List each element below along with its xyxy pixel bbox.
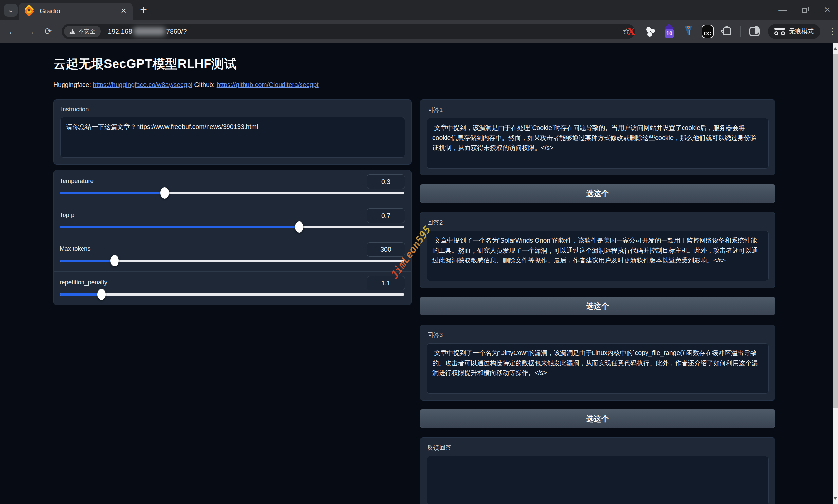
url-suffix: 7860/? — [166, 28, 187, 35]
toolbar-divider — [741, 25, 741, 37]
top-p-label: Top p — [59, 209, 74, 219]
tab-search-button[interactable]: ⌄ — [4, 4, 18, 17]
instruction-panel: Instruction 请你总结一下这篇文章？https://www.freeb… — [53, 100, 412, 165]
answer3-label: 回答3 — [427, 331, 769, 339]
url-text: 192.168 7860/? — [108, 28, 187, 35]
profile-badge[interactable]: 10 — [664, 25, 675, 38]
instruction-label: Instruction — [61, 106, 405, 113]
address-bar[interactable]: ! 不安全 192.168 7860/? ☆ — [61, 24, 635, 39]
repetition-penalty-label: repetition_penalty — [59, 276, 107, 286]
window-close-button[interactable]: ✕ — [824, 5, 831, 15]
temperature-value[interactable]: 0.3 — [367, 175, 405, 189]
browser-toolbar: ← → ⟳ ! 不安全 192.168 7860/? ☆ X 10 无痕模式 ⋮ — [0, 20, 838, 43]
reload-button[interactable]: ⟳ — [40, 20, 56, 43]
temperature-label: Temperature — [59, 175, 94, 184]
feedback-panel: 反馈回答 — [420, 437, 775, 504]
slider-fill — [59, 293, 102, 295]
answers-column: 回答1 文章中提到，该漏洞是由于在处理`Cookie`时存在问题导致的。当用户访… — [420, 100, 775, 504]
side-panel-icon[interactable] — [749, 25, 760, 38]
max-tokens-label: Max tokens — [59, 242, 91, 252]
answer2-panel: 回答2 文章中提到了一个名为"SolarWinds Orion"的软件，该软件是… — [420, 212, 775, 288]
answer3-panel: 回答3 文章中提到了一个名为“DirtyCow”的漏洞，该漏洞是由于Linux内… — [420, 325, 775, 400]
slider-fill — [59, 259, 114, 262]
repetition-penalty-value[interactable]: 1.1 — [367, 276, 405, 290]
slider-fill — [59, 192, 165, 194]
choose-answer1-button[interactable]: 选这个 — [420, 184, 775, 203]
back-button[interactable]: ← — [4, 20, 21, 43]
repetition-penalty-slider-row: repetition_penalty 1.1 — [54, 271, 411, 305]
repetition-penalty-slider[interactable] — [59, 293, 404, 295]
tab-title: Gradio — [40, 7, 60, 15]
temperature-slider-row: Temperature 0.3 — [54, 170, 411, 204]
top-p-value[interactable]: 0.7 — [367, 209, 405, 223]
scrollbar-thumb[interactable] — [833, 54, 838, 408]
incognito-indicator[interactable]: 无痕模式 — [768, 24, 820, 39]
feedback-input[interactable] — [427, 456, 769, 504]
slider-thumb[interactable] — [295, 221, 303, 233]
chevron-down-icon: ⌄ — [8, 6, 14, 14]
answer1-panel: 回答1 文章中提到，该漏洞是由于在处理`Cookie`时存在问题导致的。当用户访… — [420, 100, 775, 176]
security-label: 不安全 — [78, 28, 95, 35]
answer1-label: 回答1 — [427, 106, 769, 114]
huggingface-link[interactable]: https://huggingface.co/w8ay/secgpt — [93, 81, 193, 88]
answer2-text[interactable]: 文章中提到了一个名为"SolarWinds Orion"的软件，该软件是美国一家… — [427, 231, 769, 281]
choose-answer2-button[interactable]: 选这个 — [420, 296, 775, 316]
window-restore-button[interactable] — [802, 6, 808, 13]
max-tokens-value[interactable]: 300 — [367, 242, 405, 256]
gradio-page: 云起无垠SecGPT模型RLHF测试 Huggingface: https://… — [0, 43, 833, 504]
slider-thumb[interactable] — [110, 255, 119, 266]
answer1-text[interactable]: 文章中提到，该漏洞是由于在处理`Cookie`时存在问题导致的。当用户访问网站并… — [427, 118, 769, 168]
browser-menu-icon[interactable]: ⋮ — [828, 26, 835, 37]
max-tokens-slider-row: Max tokens 300 — [54, 238, 411, 271]
forward-button[interactable]: → — [22, 20, 39, 43]
slider-fill — [59, 226, 299, 228]
url-redacted-blur — [133, 28, 165, 35]
warning-icon: ! — [69, 29, 75, 34]
extensions-puzzle-icon[interactable] — [721, 25, 733, 38]
choose-answer3-button[interactable]: 选这个 — [420, 409, 775, 428]
tab-close-icon[interactable]: ✕ — [121, 7, 127, 15]
answer3-text[interactable]: 文章中提到了一个名为“DirtyCow”的漏洞，该漏洞是由于Linux内核中的`… — [427, 343, 769, 394]
browser-window: { "browser": { "tab_title": "Gradio", "s… — [0, 0, 838, 504]
gradio-favicon-icon — [24, 6, 34, 16]
input-column: Instruction 请你总结一下这篇文章？https://www.freeb… — [53, 100, 412, 305]
parameters-group: Temperature 0.3 Top p 0.7 — [53, 170, 412, 305]
window-controls: — ✕ — [779, 0, 831, 20]
browser-tab-gradio[interactable]: Gradio ✕ — [19, 3, 132, 20]
page-title: 云起无垠SecGPT模型RLHF测试 — [53, 56, 779, 72]
links-line: Huggingface: https://huggingface.co/w8ay… — [53, 81, 779, 89]
extension-key-icon[interactable] — [683, 25, 694, 38]
slider-thumb[interactable] — [97, 289, 106, 300]
window-minimize-button[interactable]: — — [779, 5, 787, 15]
incognito-icon — [774, 28, 785, 35]
temperature-slider[interactable] — [59, 192, 404, 194]
new-tab-button[interactable]: + — [140, 3, 147, 16]
url-prefix: 192.168 — [108, 28, 132, 35]
scrollbar-down-arrow[interactable] — [833, 493, 838, 504]
browser-titlebar: ⌄ Gradio ✕ + — ✕ — [0, 0, 838, 20]
incognito-label: 无痕模式 — [789, 27, 814, 36]
feedback-label: 反馈回答 — [427, 444, 769, 452]
github-link[interactable]: https://github.com/Clouditera/secgpt — [217, 81, 319, 88]
instruction-input[interactable]: 请你总结一下这篇文章？https://www.freebuf.com/news/… — [60, 117, 405, 158]
toolbar-extensions: X 10 无痕模式 ⋮ — [626, 20, 835, 43]
top-p-slider[interactable] — [59, 226, 404, 228]
max-tokens-slider[interactable] — [59, 259, 404, 262]
answer2-label: 回答2 — [427, 218, 769, 227]
slider-thumb[interactable] — [160, 187, 169, 199]
site-security-chip[interactable]: ! 不安全 — [64, 25, 101, 37]
scrollbar-up-arrow[interactable] — [833, 43, 838, 54]
top-p-slider-row: Top p 0.7 — [54, 204, 411, 238]
extension-cluster-icon[interactable] — [645, 25, 656, 38]
github-label: Github: — [194, 81, 215, 88]
huggingface-label: Huggingface: — [53, 81, 91, 88]
extension-x-icon[interactable]: X — [626, 25, 637, 38]
extension-mask-icon[interactable] — [702, 24, 714, 38]
page-scrollbar[interactable] — [833, 43, 838, 504]
